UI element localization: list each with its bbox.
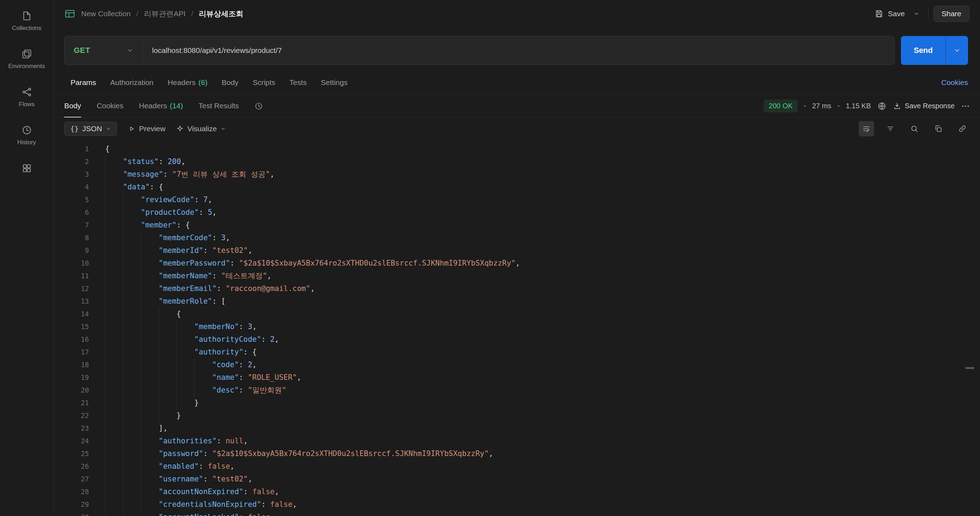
- search-icon: [910, 124, 919, 133]
- response-tab-test-results[interactable]: Test Results: [199, 95, 239, 117]
- cookies-link[interactable]: Cookies: [941, 78, 968, 87]
- share-button[interactable]: Share: [934, 6, 969, 22]
- collections-icon: [22, 11, 32, 21]
- breadcrumb-folder[interactable]: 리뷰관련API: [144, 9, 186, 19]
- breadcrumb-collection-root[interactable]: New Collection: [81, 10, 130, 18]
- method-select[interactable]: GET: [65, 37, 143, 65]
- line-number: 11: [54, 270, 89, 282]
- sidebar-item-flows[interactable]: Flows: [19, 87, 34, 108]
- chevron-down-icon: [126, 47, 134, 54]
- send-options-button[interactable]: [945, 36, 968, 65]
- tab-body[interactable]: Body: [222, 78, 239, 87]
- line-number: 2: [54, 155, 89, 168]
- save-response-button[interactable]: Save Response: [893, 102, 955, 110]
- code-line: "memberName": "테스트계정",: [105, 270, 980, 282]
- save-button[interactable]: Save: [875, 9, 905, 18]
- save-response-label: Save Response: [905, 102, 955, 110]
- tab-label: Test Results: [199, 102, 239, 110]
- sidebar-item-collections[interactable]: Collections: [12, 11, 41, 32]
- http-request-icon: [64, 8, 76, 19]
- sidebar-item-label: Flows: [19, 101, 34, 108]
- json-braces-icon: {}: [70, 124, 79, 133]
- code-lines: {"status": 200,"message": "7번 리뷰 상세 조회 성…: [89, 143, 980, 516]
- code-line: "memberPassword": "$2a$10$SxbayA5Bx764ro…: [105, 257, 980, 270]
- line-number: 8: [54, 231, 89, 244]
- line-number: 25: [54, 447, 89, 460]
- tab-params[interactable]: Params: [71, 78, 96, 87]
- response-tab-headers[interactable]: Headers(14): [139, 95, 183, 117]
- line-number: 4: [54, 181, 89, 193]
- preview-icon: [128, 125, 135, 133]
- code-line: "password": "$2a$10$SxbayA5Bx764ro2sXTHD…: [105, 447, 980, 460]
- link-button[interactable]: [955, 121, 970, 137]
- chevron-down-icon: [913, 11, 920, 17]
- header-actions: Save Share: [875, 6, 969, 22]
- code-line: "name": "ROLE_USER",: [105, 371, 980, 384]
- sidebar-item-history[interactable]: History: [17, 125, 36, 146]
- line-number: 15: [54, 320, 89, 333]
- sidebar-item-label: Environments: [8, 63, 45, 70]
- sidebar-item-more-tools[interactable]: [22, 163, 32, 173]
- response-body-viewer: 1234567891011121314151617181920212223242…: [54, 140, 980, 516]
- response-format-select[interactable]: {} JSON: [64, 122, 117, 136]
- tab-settings[interactable]: Settings: [321, 78, 348, 87]
- visualize-icon: [176, 125, 184, 133]
- response-history-button[interactable]: [255, 102, 263, 110]
- code-line: {: [105, 308, 980, 320]
- code-line: "memberNo": 3,: [105, 320, 980, 333]
- save-response-icon: [893, 102, 901, 110]
- code-line: "username": "test02",: [105, 473, 980, 485]
- code-line: "productCode": 5,: [105, 206, 980, 219]
- line-number: 9: [54, 244, 89, 257]
- line-number: 1: [54, 143, 89, 155]
- response-tab-cookies[interactable]: Cookies: [97, 95, 124, 117]
- response-view-tools: [859, 121, 970, 137]
- url-input[interactable]: localhost:8080/api/v1/reviews/product/7: [143, 46, 894, 55]
- tab-label: Scripts: [253, 78, 275, 87]
- sidebar-item-label: History: [17, 139, 36, 146]
- preview-button[interactable]: Preview: [128, 124, 165, 133]
- response-more-options-button[interactable]: [961, 102, 970, 111]
- save-options-button[interactable]: [910, 7, 923, 21]
- request-header: New Collection / 리뷰관련API / 리뷰상세조회 Save S…: [54, 0, 980, 27]
- line-number: 23: [54, 422, 89, 435]
- tab-label: Settings: [321, 78, 348, 87]
- sidebar-item-environments[interactable]: Environments: [8, 49, 45, 70]
- code-line: "authority": {: [105, 346, 980, 358]
- request-workspace: New Collection / 리뷰관련API / 리뷰상세조회 Save S…: [54, 0, 980, 516]
- response-status-cluster: 200 OK 27 ms 1.15 KB Save Response: [764, 95, 970, 117]
- response-tab-body[interactable]: Body: [64, 95, 81, 117]
- format-label: JSON: [82, 124, 102, 133]
- copy-button[interactable]: [931, 121, 946, 137]
- network-info-button[interactable]: [877, 102, 886, 111]
- search-button[interactable]: [907, 121, 922, 137]
- breadcrumb-request-name[interactable]: 리뷰상세조회: [199, 9, 243, 19]
- breadcrumb-separator: /: [136, 10, 138, 18]
- status-badge: 200 OK: [764, 100, 797, 113]
- tab-authorization[interactable]: Authorization: [110, 78, 154, 87]
- line-number: 27: [54, 473, 89, 485]
- history-icon: [255, 102, 263, 110]
- visualize-button[interactable]: Visualize: [176, 124, 226, 133]
- line-number: 3: [54, 168, 89, 181]
- tab-tests[interactable]: Tests: [290, 78, 307, 87]
- line-number: 10: [54, 257, 89, 270]
- code-line: "memberRole": [: [105, 295, 980, 308]
- line-number: 17: [54, 346, 89, 358]
- more-options-icon: [961, 102, 970, 111]
- line-number: 5: [54, 193, 89, 206]
- code-line: "message": "7번 리뷰 상세 조회 성공",: [105, 168, 980, 181]
- send-button[interactable]: Send: [901, 36, 945, 65]
- tab-headers[interactable]: Headers(6): [168, 78, 207, 87]
- chevron-down-icon: [105, 126, 111, 132]
- chevron-down-icon: [953, 47, 961, 54]
- tab-scripts[interactable]: Scripts: [253, 78, 275, 87]
- line-number: 21: [54, 397, 89, 409]
- copy-icon: [934, 124, 943, 133]
- url-bar: GET localhost:8080/api/v1/reviews/produc…: [54, 27, 980, 65]
- response-header: Body Cookies Headers(14) Test Results 20…: [54, 95, 980, 118]
- filter-button[interactable]: [883, 121, 898, 137]
- wrap-text-button[interactable]: [859, 121, 874, 137]
- flows-icon: [22, 87, 32, 97]
- scrollbar-thumb[interactable]: [965, 367, 974, 369]
